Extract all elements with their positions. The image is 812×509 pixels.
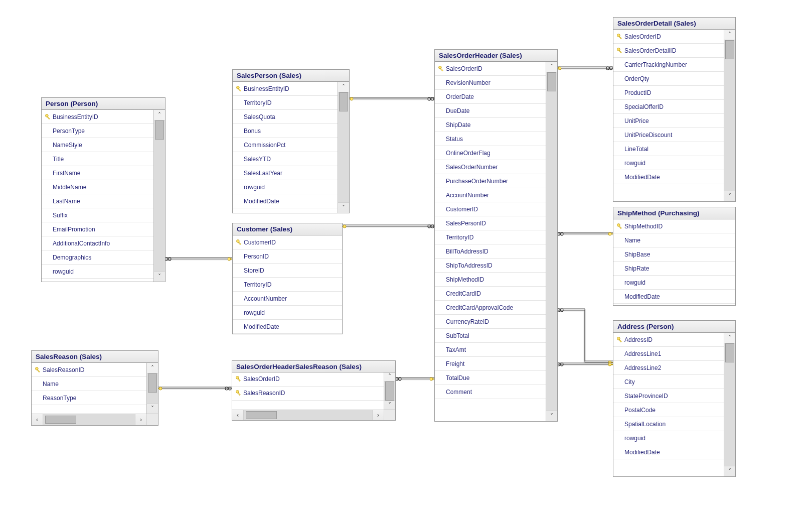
scroll-track[interactable] <box>154 120 165 271</box>
column-row[interactable]: BusinessEntityID <box>233 82 338 96</box>
column-row[interactable]: rowguid <box>42 265 153 279</box>
table-shipmethod[interactable]: ShipMethod (Purchasing)ShipMethodIDNameS… <box>613 207 736 306</box>
column-row[interactable]: TerritoryID <box>233 96 338 110</box>
column-row[interactable]: PurchaseOrderNumber <box>435 174 546 188</box>
column-row[interactable]: ModifiedDate <box>613 170 724 184</box>
scroll-down-icon[interactable]: ˅ <box>384 401 395 410</box>
column-row[interactable]: OnlineOrderFlag <box>435 146 546 160</box>
column-row[interactable]: Demographics <box>42 250 153 265</box>
vertical-scrollbar[interactable]: ˄˅ <box>724 333 735 476</box>
scroll-down-icon[interactable]: ˅ <box>147 403 158 414</box>
table-header[interactable]: ShipMethod (Purchasing) <box>613 207 735 219</box>
column-row[interactable]: RevisionNumber <box>435 76 546 90</box>
scroll-right-icon[interactable]: › <box>135 414 146 425</box>
scroll-up-icon[interactable]: ˄ <box>384 372 395 381</box>
vertical-scrollbar[interactable]: ˄˅ <box>724 30 735 201</box>
column-row[interactable]: SalesYTD <box>233 152 338 166</box>
column-row[interactable]: OrderDate <box>435 90 546 104</box>
column-row[interactable]: TotalDue <box>435 371 546 385</box>
scroll-down-icon[interactable]: ˅ <box>546 411 557 421</box>
scroll-track[interactable] <box>338 92 349 202</box>
column-row[interactable]: UnitPriceDiscount <box>613 128 724 142</box>
table-customer[interactable]: Customer (Sales)CustomerIDPersonIDStoreI… <box>232 223 343 334</box>
column-row[interactable]: LastName <box>42 194 153 208</box>
column-row[interactable]: TerritoryID <box>233 278 342 292</box>
scroll-thumb[interactable] <box>725 343 734 362</box>
vertical-scrollbar[interactable]: ˄˅ <box>338 82 349 213</box>
column-row[interactable]: OrderQty <box>613 72 724 86</box>
scroll-thumb[interactable] <box>339 92 348 111</box>
scroll-up-icon[interactable]: ˄ <box>724 30 735 40</box>
column-row[interactable]: ShipDate <box>435 118 546 132</box>
scroll-down-icon[interactable]: ˅ <box>154 271 165 282</box>
column-row[interactable]: CommissionPct <box>233 138 338 152</box>
table-sohsr[interactable]: SalesOrderHeaderSalesReason (Sales)Sales… <box>232 360 396 421</box>
column-row[interactable]: SalesOrderID <box>435 62 546 76</box>
column-row[interactable]: SalesPersonID <box>435 216 546 230</box>
column-row[interactable]: SalesOrderID <box>613 30 724 44</box>
scroll-track[interactable] <box>546 72 557 411</box>
column-row[interactable]: StateProvinceID <box>613 389 724 403</box>
column-row[interactable]: SubTotal <box>435 329 546 343</box>
scroll-up-icon[interactable]: ˄ <box>724 333 735 343</box>
column-row[interactable]: City <box>613 375 724 389</box>
scroll-thumb[interactable] <box>45 416 76 424</box>
column-row[interactable]: TaxAmt <box>435 343 546 357</box>
diagram-canvas[interactable]: Person (Person)BusinessEntityIDPersonTyp… <box>0 0 812 509</box>
column-row[interactable]: rowguid <box>233 180 338 194</box>
scroll-thumb[interactable] <box>547 72 556 91</box>
scroll-up-icon[interactable]: ˄ <box>338 82 349 92</box>
scroll-thumb[interactable] <box>725 40 734 59</box>
column-row[interactable]: ProductID <box>613 86 724 100</box>
column-row[interactable]: NameStyle <box>42 138 153 152</box>
column-row[interactable]: SalesQuota <box>233 110 338 124</box>
column-row[interactable]: ShipMethodID <box>435 273 546 287</box>
table-header[interactable]: SalesOrderHeader (Sales) <box>435 50 557 62</box>
column-row[interactable]: Name <box>32 377 146 391</box>
column-row[interactable]: rowguid <box>613 431 724 445</box>
column-row[interactable]: rowguid <box>613 156 724 170</box>
column-row[interactable]: Bonus <box>233 124 338 138</box>
scroll-track[interactable] <box>724 40 735 191</box>
scroll-down-icon[interactable]: ˅ <box>724 191 735 201</box>
table-header[interactable]: Person (Person) <box>42 98 165 110</box>
scroll-thumb[interactable] <box>246 411 277 419</box>
column-row[interactable]: Freight <box>435 357 546 371</box>
column-row[interactable]: ModifiedDate <box>233 194 338 208</box>
column-row[interactable]: ShipToAddressID <box>435 259 546 273</box>
column-row[interactable]: AddressID <box>613 333 724 347</box>
column-row[interactable]: SalesOrderDetailID <box>613 44 724 58</box>
column-row[interactable]: ModifiedDate <box>613 445 724 459</box>
table-person[interactable]: Person (Person)BusinessEntityIDPersonTyp… <box>41 97 166 282</box>
column-row[interactable]: CreditCardApprovalCode <box>435 301 546 315</box>
column-row[interactable]: rowguid <box>613 276 735 290</box>
column-row[interactable]: PersonType <box>42 124 153 138</box>
scroll-down-icon[interactable]: ˅ <box>338 202 349 213</box>
column-row[interactable]: CreditCardID <box>435 287 546 301</box>
vertical-scrollbar[interactable]: ˄˅ <box>153 110 165 282</box>
scroll-up-icon[interactable]: ˄ <box>147 363 158 373</box>
table-header[interactable]: Customer (Sales) <box>233 223 342 235</box>
column-row[interactable]: AccountNumber <box>435 188 546 202</box>
column-row[interactable]: AddressLine2 <box>613 361 724 375</box>
scroll-left-icon[interactable]: ‹ <box>232 410 244 420</box>
vertical-scrollbar[interactable]: ˄˅ <box>146 363 158 414</box>
column-row[interactable]: DueDate <box>435 104 546 118</box>
scroll-track[interactable] <box>724 343 735 466</box>
column-row[interactable]: CarrierTrackingNumber <box>613 58 724 72</box>
column-row[interactable]: SalesOrderID <box>232 372 384 387</box>
column-row[interactable]: StoreID <box>233 264 342 278</box>
vertical-scrollbar[interactable]: ˄˅ <box>384 372 395 410</box>
column-row[interactable]: SalesReasonID <box>232 387 384 401</box>
table-header[interactable]: SalesPerson (Sales) <box>233 70 349 82</box>
column-row[interactable]: SpecialOfferID <box>613 100 724 114</box>
table-header[interactable]: SalesOrderDetail (Sales) <box>613 18 735 30</box>
table-soh[interactable]: SalesOrderHeader (Sales)SalesOrderIDRevi… <box>434 49 558 422</box>
column-row[interactable]: CustomerID <box>233 235 342 249</box>
column-row[interactable]: SalesReasonID <box>32 363 146 377</box>
horizontal-scrollbar[interactable]: ‹› <box>232 410 395 420</box>
column-row[interactable]: PersonID <box>233 249 342 264</box>
horizontal-scrollbar[interactable]: ‹› <box>32 414 158 425</box>
column-row[interactable]: BusinessEntityID <box>42 110 153 124</box>
column-row[interactable]: BillToAddressID <box>435 244 546 259</box>
